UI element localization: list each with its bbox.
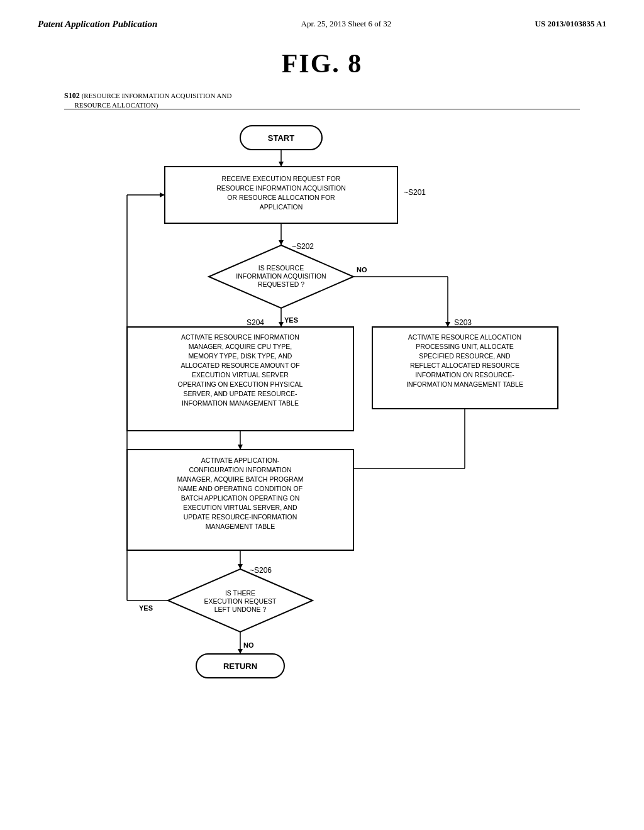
svg-marker-58 xyxy=(238,564,243,569)
svg-text:ACTIVATE RESOURCE INFORMATION: ACTIVATE RESOURCE INFORMATION xyxy=(181,333,299,341)
svg-text:ACTIVATE RESOURCE ALLOCATION: ACTIVATE RESOURCE ALLOCATION xyxy=(408,333,521,341)
svg-marker-43 xyxy=(238,445,243,450)
svg-text:MANAGEMENT TABLE: MANAGEMENT TABLE xyxy=(206,523,275,530)
svg-text:MANAGER, ACQUIRE BATCH PROGRAM: MANAGER, ACQUIRE BATCH PROGRAM xyxy=(177,475,303,483)
svg-text:~S202: ~S202 xyxy=(292,242,314,251)
patent-number-label: US 2013/0103835 A1 xyxy=(535,19,606,29)
header: Patent Application Publication Apr. 25, … xyxy=(38,19,606,30)
svg-text:YES: YES xyxy=(284,316,298,324)
svg-text:OPERATING ON EXECUTION PHYSICA: OPERATING ON EXECUTION PHYSICAL xyxy=(178,380,303,388)
svg-marker-18 xyxy=(279,322,284,327)
svg-text:REFLECT ALLOCATED RESOURCE: REFLECT ALLOCATED RESOURCE xyxy=(410,362,519,369)
svg-text:NO: NO xyxy=(357,266,367,274)
svg-text:RECEIVE EXECUTION REQUEST FOR: RECEIVE EXECUTION REQUEST FOR xyxy=(222,175,341,182)
svg-text:S204: S204 xyxy=(247,318,264,327)
svg-text:MANAGER, ACQUIRE CPU TYPE,: MANAGER, ACQUIRE CPU TYPE, xyxy=(189,343,292,350)
svg-text:EXECUTION REQUEST: EXECUTION REQUEST xyxy=(204,597,277,605)
svg-text:SERVER, AND UPDATE RESOURCE-: SERVER, AND UPDATE RESOURCE- xyxy=(183,390,297,397)
svg-text:RESOURCE INFORMATION ACQUISITI: RESOURCE INFORMATION ACQUISITION xyxy=(216,184,346,192)
svg-text:INFORMATION ON RESOURCE-: INFORMATION ON RESOURCE- xyxy=(415,371,514,379)
svg-text:SPECIFIED RESOURCE, AND: SPECIFIED RESOURCE, AND xyxy=(419,352,511,360)
svg-text:LEFT UNDONE ?: LEFT UNDONE ? xyxy=(214,606,267,613)
svg-text:APPLICATION: APPLICATION xyxy=(260,203,303,211)
svg-text:RETURN: RETURN xyxy=(223,661,257,671)
svg-text:~S206: ~S206 xyxy=(250,566,272,575)
svg-text:START: START xyxy=(268,133,294,143)
svg-text:ACTIVATE APPLICATION-: ACTIVATE APPLICATION- xyxy=(201,456,280,464)
svg-text:CONFIGURATION INFORMATION: CONFIGURATION INFORMATION xyxy=(189,466,292,473)
publication-label: Patent Application Publication xyxy=(38,19,157,30)
page: Patent Application Publication Apr. 25, … xyxy=(0,0,644,830)
svg-text:S203: S203 xyxy=(454,318,472,327)
svg-text:BATCH APPLICATION OPERATING ON: BATCH APPLICATION OPERATING ON xyxy=(181,494,299,502)
svg-text:EXECUTION VIRTUAL SERVER, AND: EXECUTION VIRTUAL SERVER, AND xyxy=(183,504,297,511)
figure-title: FIG. 8 xyxy=(38,48,606,79)
date-sheet-label: Apr. 25, 2013 Sheet 6 of 32 xyxy=(301,19,392,29)
svg-marker-70 xyxy=(238,649,243,654)
svg-text:INFORMATION MANAGEMENT TABLE: INFORMATION MANAGEMENT TABLE xyxy=(406,380,523,388)
svg-text:UPDATE RESOURCE-INFORMATION: UPDATE RESOURCE-INFORMATION xyxy=(184,513,297,521)
svg-marker-22 xyxy=(445,322,450,327)
svg-text:IS THERE: IS THERE xyxy=(225,589,255,597)
flowchart-container: S102 (RESOURCE INFORMATION ACQUISITION A… xyxy=(64,91,580,751)
svg-marker-3 xyxy=(279,162,284,167)
svg-text:NO: NO xyxy=(243,641,254,649)
svg-text:INFORMATION MANAGEMENT TABLE: INFORMATION MANAGEMENT TABLE xyxy=(182,399,299,407)
svg-text:INFORMATION ACQUISITION: INFORMATION ACQUISITION xyxy=(236,272,326,280)
svg-text:PROCESSING UNIT, ALLOCATE: PROCESSING UNIT, ALLOCATE xyxy=(416,343,514,350)
svg-text:MEMORY TYPE, DISK TYPE, AND: MEMORY TYPE, DISK TYPE, AND xyxy=(189,352,292,360)
svg-text:YES: YES xyxy=(139,604,153,612)
svg-marker-11 xyxy=(279,240,284,245)
svg-text:ALLOCATED RESOURCE AMOUNT OF: ALLOCATED RESOURCE AMOUNT OF xyxy=(180,362,299,369)
flowchart-svg: START RECEIVE EXECUTION REQUEST FOR RESO… xyxy=(64,91,580,751)
svg-text:EXECUTION VIRTUAL SERVER: EXECUTION VIRTUAL SERVER xyxy=(192,371,289,379)
svg-text:IS RESOURCE: IS RESOURCE xyxy=(258,264,304,272)
svg-text:OR RESOURCE ALLOCATION FOR: OR RESOURCE ALLOCATION FOR xyxy=(227,194,335,201)
svg-marker-67 xyxy=(160,192,165,197)
svg-text:NAME AND OPERATING CONDITION O: NAME AND OPERATING CONDITION OF xyxy=(178,485,303,492)
svg-text:REQUESTED ?: REQUESTED ? xyxy=(258,280,304,288)
svg-text:~S201: ~S201 xyxy=(404,188,426,197)
